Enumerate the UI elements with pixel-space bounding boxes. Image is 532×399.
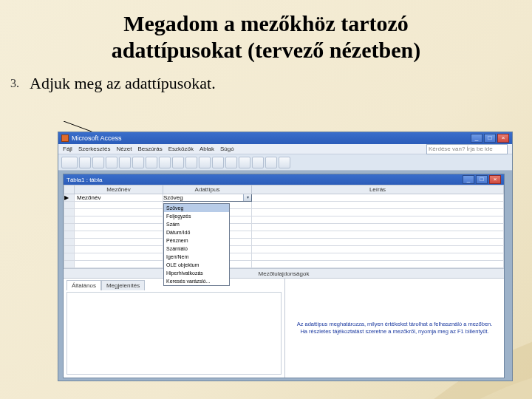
dropdown-item[interactable]: Dátum/Idő <box>164 228 229 236</box>
redo-button[interactable] <box>159 157 171 168</box>
app-icon <box>61 134 69 142</box>
col-header-type: Adattípus <box>163 185 252 194</box>
view-button[interactable] <box>61 157 78 168</box>
menu-window[interactable]: Ablak <box>200 146 214 152</box>
child-minimize-button[interactable]: _ <box>463 175 474 184</box>
save-button[interactable] <box>79 157 91 168</box>
child-titlebar: Tábla1 : tábla _ □ × <box>64 174 504 185</box>
cut-button[interactable] <box>106 157 117 168</box>
field-properties-area: Általános Megjelenítés Az adattípus megh… <box>64 279 504 378</box>
data-type-value: Szöveg <box>163 194 183 201</box>
menu-file[interactable]: Fájl <box>63 146 72 152</box>
table-row[interactable]: ▶ Mezőnév Szöveg ▾ <box>64 194 504 202</box>
indexes-button[interactable] <box>225 157 237 168</box>
properties-button[interactable] <box>212 157 224 168</box>
close-button[interactable]: × <box>497 134 509 143</box>
menu-help[interactable]: Súgó <box>220 146 234 152</box>
data-type-cell[interactable]: Szöveg ▾ <box>163 194 252 202</box>
field-grid[interactable]: Mezőnév Adattípus Leírás ▶ Mezőnév Szöve… <box>64 185 504 268</box>
field-properties-bar: Mezőtulajdonságok <box>64 268 504 279</box>
dropdown-item[interactable]: Pénznem <box>164 236 229 245</box>
col-header-desc: Leírás <box>252 185 504 194</box>
menu-view[interactable]: Nézet <box>116 146 132 152</box>
table-row[interactable] <box>64 216 504 224</box>
title-line-2: adattípusokat (tervező nézetben) <box>112 38 420 62</box>
app-title: Microsoft Access <box>72 134 122 142</box>
dropdown-item[interactable]: Keresés varázsló... <box>164 277 229 285</box>
data-type-dropdown[interactable]: Szöveg Feljegyzés Szám Dátum/Idő Pénznem… <box>163 203 230 286</box>
dropdown-item[interactable]: Szám <box>164 220 229 228</box>
properties-right-pane: Az adattípus meghatározza, milyen értéke… <box>285 279 504 378</box>
build-button[interactable] <box>239 157 250 168</box>
child-close-button[interactable]: × <box>489 175 501 184</box>
rowhead-header <box>64 185 75 194</box>
copy-button[interactable] <box>119 157 131 168</box>
bullet-number: 3. <box>10 74 30 90</box>
minimize-button[interactable]: _ <box>471 134 482 143</box>
table-row[interactable] <box>64 239 504 246</box>
delete-rows-button[interactable] <box>199 157 211 168</box>
key-button[interactable] <box>172 157 184 168</box>
child-maximize-button[interactable]: □ <box>476 175 488 184</box>
hint-text: Az adattípus meghatározza, milyen értéke… <box>293 321 497 335</box>
mdi-workspace: Tábla1 : tábla _ □ × Mezőnév Adattípus L… <box>58 171 512 381</box>
child-title: Tábla1 : tábla <box>66 177 102 183</box>
row-selector[interactable]: ▶ <box>64 194 75 202</box>
dropdown-item[interactable]: Feljegyzés <box>164 212 229 220</box>
dropdown-item[interactable]: Hiperhivatkozás <box>164 269 229 277</box>
table-row[interactable] <box>64 224 504 231</box>
menu-tools[interactable]: Eszközök <box>168 146 194 152</box>
tab-general[interactable]: Általános <box>66 280 101 290</box>
col-header-name: Mezőnév <box>75 185 163 194</box>
bullet-text: Adjuk meg az adattípusokat. <box>30 74 216 93</box>
access-window: Microsoft Access _ □ × Fájl Szerkesztés … <box>58 132 513 381</box>
new-object-button[interactable] <box>265 157 277 168</box>
app-titlebar: Microsoft Access _ □ × <box>58 132 512 144</box>
table-row[interactable] <box>64 231 504 239</box>
dropdown-item[interactable]: Számláló <box>164 245 229 253</box>
table-row[interactable] <box>64 261 504 268</box>
help-search-input[interactable]: Kérdése van? Írja be ide <box>426 144 508 154</box>
dropdown-item[interactable]: Szöveg <box>164 204 229 212</box>
rows-button[interactable] <box>185 157 197 168</box>
database-window-button[interactable] <box>252 157 264 168</box>
properties-left-pane: Általános Megjelenítés <box>64 279 285 378</box>
undo-button[interactable] <box>146 157 157 168</box>
table-row[interactable] <box>64 246 504 253</box>
paste-button[interactable] <box>132 157 144 168</box>
title-line-1: Megadom a mezőkhöz tartozó <box>123 11 409 35</box>
menu-insert[interactable]: Beszúrás <box>137 146 162 152</box>
dropdown-item[interactable]: OLE objektum <box>164 261 229 269</box>
toolbar <box>58 154 512 171</box>
tab-lookup[interactable]: Megjelenítés <box>101 280 145 290</box>
help-button[interactable] <box>279 157 290 168</box>
table-row[interactable] <box>64 202 504 209</box>
table-row[interactable] <box>64 253 504 261</box>
menubar: Fájl Szerkesztés Nézet Beszúrás Eszközök… <box>58 144 512 154</box>
maximize-button[interactable]: □ <box>484 134 496 143</box>
description-cell[interactable] <box>252 194 504 202</box>
bullet-row: 3. Adjuk meg az adattípusokat. <box>0 69 532 93</box>
chevron-down-icon[interactable]: ▾ <box>243 194 251 201</box>
table-design-window: Tábla1 : tábla _ □ × Mezőnév Adattípus L… <box>63 174 505 378</box>
properties-grid[interactable] <box>66 292 282 375</box>
print-button[interactable] <box>92 157 104 168</box>
menu-edit[interactable]: Szerkesztés <box>78 146 111 152</box>
slide-title: Megadom a mezőkhöz tartozó adattípusokat… <box>0 0 532 69</box>
field-name-cell[interactable]: Mezőnév <box>75 194 163 202</box>
table-row[interactable] <box>64 209 504 216</box>
dropdown-item[interactable]: Igen/Nem <box>164 253 229 261</box>
